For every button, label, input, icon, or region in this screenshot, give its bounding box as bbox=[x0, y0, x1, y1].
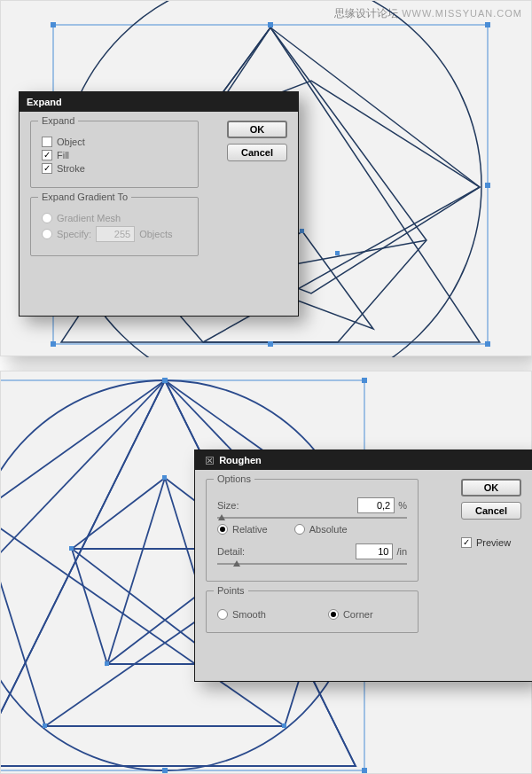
svg-rect-15 bbox=[51, 341, 56, 347]
corner-radio[interactable] bbox=[328, 609, 339, 620]
svg-rect-18 bbox=[335, 251, 340, 255]
expand-cancel-button[interactable]: Cancel bbox=[227, 144, 287, 161]
svg-line-6 bbox=[270, 27, 480, 187]
smooth-option[interactable]: Smooth bbox=[217, 609, 266, 620]
svg-rect-37 bbox=[69, 546, 74, 551]
expand-gradient-legend: Expand Gradient To bbox=[38, 192, 131, 202]
svg-rect-14 bbox=[485, 183, 490, 188]
relative-option[interactable]: Relative bbox=[217, 524, 268, 535]
svg-rect-17 bbox=[485, 341, 490, 347]
stroke-row[interactable]: Stroke bbox=[42, 163, 187, 174]
expand-gradient-group: Expand Gradient To Gradient Mesh Specify… bbox=[30, 197, 199, 256]
roughen-title: Roughen bbox=[219, 455, 262, 465]
svg-rect-31 bbox=[162, 378, 168, 383]
svg-rect-10 bbox=[51, 22, 56, 27]
svg-rect-34 bbox=[362, 768, 367, 773]
svg-rect-35 bbox=[162, 768, 168, 773]
preview-checkbox[interactable] bbox=[461, 537, 472, 548]
fill-row[interactable]: Fill bbox=[42, 150, 187, 160]
points-group: Points Smooth Corner bbox=[206, 590, 419, 633]
svg-rect-19 bbox=[300, 229, 304, 233]
expand-group-legend: Expand bbox=[38, 115, 78, 126]
close-icon[interactable] bbox=[206, 457, 214, 465]
fill-label: Fill bbox=[57, 150, 69, 160]
expand-title-bar[interactable]: Expand bbox=[20, 92, 298, 112]
gradient-mesh-radio bbox=[42, 213, 52, 223]
svg-rect-11 bbox=[268, 22, 273, 27]
watermark-cn: 思缘设计论坛 bbox=[334, 7, 398, 20]
absolute-option[interactable]: Absolute bbox=[294, 524, 348, 535]
gradient-mesh-label: Gradient Mesh bbox=[57, 213, 121, 223]
relative-radio[interactable] bbox=[217, 524, 228, 535]
watermark-en: WWW.MISSYUAN.COM bbox=[402, 8, 522, 19]
detail-slider[interactable] bbox=[217, 563, 407, 565]
roughen-ok-button[interactable]: OK bbox=[461, 479, 521, 496]
svg-rect-16 bbox=[268, 341, 273, 347]
watermark: 思缘设计论坛 WWW.MISSYUAN.COM bbox=[334, 6, 522, 21]
svg-rect-42 bbox=[282, 723, 286, 728]
svg-rect-32 bbox=[362, 378, 367, 383]
specify-unit: Objects bbox=[139, 229, 172, 239]
size-input[interactable] bbox=[357, 497, 395, 513]
top-panel: 思缘设计论坛 WWW.MISSYUAN.COM Expand Expand bbox=[0, 0, 532, 356]
detail-input[interactable] bbox=[356, 543, 393, 559]
points-legend: Points bbox=[214, 585, 248, 596]
expand-group: Expand Object Fill Stroke bbox=[30, 121, 199, 188]
specify-input bbox=[96, 226, 135, 242]
specify-label: Specify: bbox=[57, 229, 91, 239]
corner-label: Corner bbox=[343, 609, 373, 620]
expand-title: Expand bbox=[27, 97, 62, 107]
svg-rect-36 bbox=[162, 475, 167, 480]
fill-checkbox[interactable] bbox=[42, 150, 52, 160]
roughen-title-bar[interactable]: Roughen bbox=[195, 450, 532, 470]
size-slider[interactable] bbox=[217, 517, 407, 519]
object-row[interactable]: Object bbox=[42, 137, 187, 147]
roughen-dialog: Roughen Options Size: % bbox=[194, 450, 532, 682]
specify-radio bbox=[42, 229, 52, 239]
bottom-panel: Roughen Options Size: % bbox=[0, 371, 532, 774]
absolute-radio[interactable] bbox=[294, 524, 305, 535]
expand-dialog: Expand Expand Object Fill Stroke bbox=[19, 91, 299, 317]
size-label: Size: bbox=[217, 500, 239, 511]
detail-label: Detail: bbox=[217, 546, 245, 557]
corner-option[interactable]: Corner bbox=[328, 609, 373, 620]
options-group: Options Size: % bbox=[206, 479, 419, 582]
object-label: Object bbox=[57, 137, 85, 147]
svg-rect-39 bbox=[105, 661, 109, 666]
size-row: Size: % bbox=[217, 497, 407, 519]
specify-row: Specify: Objects bbox=[42, 226, 187, 242]
svg-rect-41 bbox=[43, 723, 47, 728]
preview-label: Preview bbox=[476, 537, 511, 548]
stroke-checkbox[interactable] bbox=[42, 163, 52, 174]
options-legend: Options bbox=[214, 473, 254, 484]
svg-line-28 bbox=[1, 380, 165, 575]
smooth-radio[interactable] bbox=[217, 609, 228, 620]
smooth-label: Smooth bbox=[232, 609, 266, 620]
roughen-cancel-button[interactable]: Cancel bbox=[461, 502, 521, 520]
detail-row: Detail: /in bbox=[217, 543, 407, 565]
absolute-label: Absolute bbox=[309, 524, 348, 535]
stroke-label: Stroke bbox=[57, 163, 85, 174]
gradient-mesh-row: Gradient Mesh bbox=[42, 213, 187, 223]
size-unit: % bbox=[398, 500, 407, 511]
detail-unit: /in bbox=[396, 546, 407, 557]
relative-label: Relative bbox=[232, 524, 268, 535]
svg-rect-12 bbox=[485, 22, 490, 27]
preview-row[interactable]: Preview bbox=[461, 537, 521, 548]
object-checkbox[interactable] bbox=[42, 137, 52, 147]
expand-ok-button[interactable]: OK bbox=[227, 121, 287, 138]
